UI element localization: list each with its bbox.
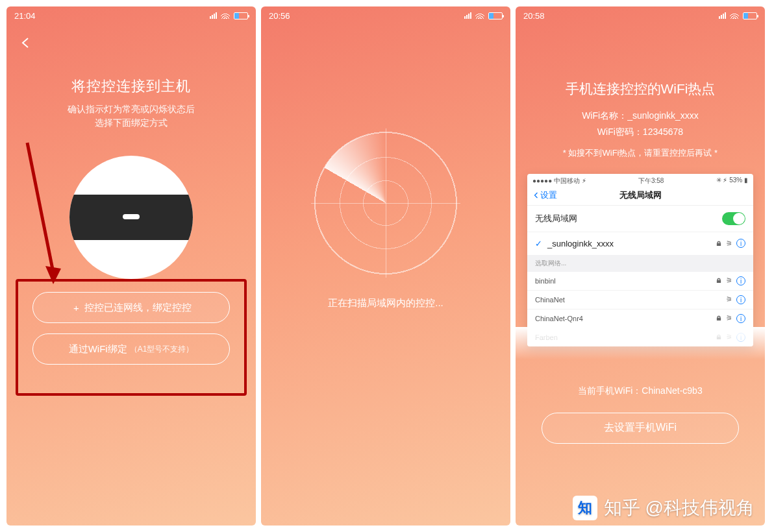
hotspot-note: * 如搜不到WiFi热点，请重置控控后再试 * (516, 145, 765, 160)
info-icon[interactable]: i (736, 295, 745, 304)
status-time: 21:04 (14, 11, 36, 21)
ios-wifi-toggle-row[interactable]: 无线局域网 (527, 206, 753, 232)
watermark: 知 知乎 @科技伟视角 (573, 496, 755, 520)
wifi-strength-icon: ⚞ (726, 314, 732, 322)
radar-scanner-icon (311, 128, 460, 278)
wifi-password-line: WiFi密码：12345678 (516, 124, 765, 140)
button-label: 去设置手机WiFi (604, 421, 677, 435)
lock-icon: 🔒︎ (716, 315, 722, 322)
ios-nav-title: 无线局域网 (527, 189, 753, 201)
battery-icon (488, 12, 503, 19)
ios-connected-network-row[interactable]: ✓_sunloginkk_xxxx 🔒︎ ⚞ i (527, 232, 753, 255)
signal-icon (719, 12, 726, 19)
network-name: binbinl (535, 277, 556, 285)
row-label: 无线局域网 (535, 213, 577, 224)
status-bar: 21:04 (6, 6, 256, 25)
wifi-icon (475, 12, 484, 19)
status-time: 20:56 (269, 11, 290, 21)
annotation-arrow-icon (22, 136, 61, 292)
ios-network-row[interactable]: ChinaNet-Qnr4 🔒︎⚞i (527, 309, 753, 328)
back-button[interactable] (18, 35, 34, 51)
toggle-switch-icon[interactable] (722, 212, 745, 225)
button-sublabel: （A1型号不支持） (130, 344, 194, 355)
screen-scanning: 20:56 正在扫描局域网内的控控... (261, 6, 510, 526)
checkmark-icon: ✓ (535, 239, 542, 248)
network-name: ChinaNet (535, 296, 565, 304)
status-bar: 20:56 (261, 6, 510, 25)
current-wifi-text: 当前手机WiFi：ChinaNet-c9b3 (516, 385, 765, 397)
screen-connect-host: 21:04 将控控连接到主机 确认指示灯为常亮或闪烁状态后 选择下面绑定方式 (6, 6, 256, 526)
device-led-icon (123, 214, 140, 219)
info-icon[interactable]: i (736, 239, 745, 248)
wifi-icon (730, 12, 739, 19)
bind-via-lan-button[interactable]: + 控控已连网线，绑定控控 (32, 292, 230, 323)
ios-battery: ✳︎ ⚡︎ 53% ▮ (716, 176, 748, 186)
goto-wifi-settings-button[interactable]: 去设置手机WiFi (542, 413, 739, 444)
ios-network-row[interactable]: ChinaNet ⚞i (527, 290, 753, 309)
page-title: 手机连接控控的WiFi热点 (516, 77, 765, 101)
page-subtitle: 确认指示灯为常亮或闪烁状态后 选择下面绑定方式 (19, 103, 243, 130)
status-bar: 20:58 (516, 6, 765, 25)
arrow-left-icon (18, 35, 34, 51)
watermark-text: 知乎 @科技伟视角 (604, 496, 755, 520)
network-name: ChinaNet-Qnr4 (535, 315, 583, 322)
status-time: 20:58 (523, 11, 545, 21)
lock-icon: 🔒︎ (716, 240, 722, 247)
ios-carrier: ●●●●● 中国移动 ⚡︎ (532, 176, 586, 186)
wifi-strength-icon: ⚞ (726, 239, 732, 248)
wifi-strength-icon: ⚞ (726, 295, 732, 304)
svg-line-0 (27, 143, 53, 272)
info-icon[interactable]: i (736, 276, 745, 285)
bind-via-wifi-button[interactable]: 通过WiFi绑定 （A1型号不支持） (32, 333, 230, 365)
wifi-strength-icon: ⚞ (726, 276, 732, 285)
ios-network-row[interactable]: binbinl 🔒︎⚞i (527, 272, 753, 290)
battery-icon (743, 12, 757, 19)
ios-wifi-settings-preview: ●●●●● 中国移动 ⚡︎ 下午3:58 ✳︎ ⚡︎ 53% ▮ 设置 无线局域… (527, 174, 753, 346)
ios-section-header: 选取网络... (527, 255, 753, 272)
button-label: 控控已连网线，绑定控控 (84, 302, 192, 314)
signal-icon (464, 12, 471, 19)
ios-clock: 下午3:58 (638, 176, 664, 186)
lock-icon: 🔒︎ (716, 277, 722, 284)
info-icon[interactable]: i (736, 314, 745, 323)
plus-icon: + (71, 302, 82, 313)
signal-icon (210, 12, 217, 19)
button-label: 通过WiFi绑定 (69, 343, 127, 356)
page-title: 将控控连接到主机 (19, 77, 243, 96)
screen-wifi-hotspot: 20:58 手机连接控控的WiFi热点 WiFi名称：_sunloginkk_x… (516, 6, 765, 526)
scanning-status-text: 正在扫描局域网内的控控... (261, 297, 510, 309)
battery-icon (234, 12, 248, 19)
network-name: _sunloginkk_xxxx (547, 239, 614, 248)
zhihu-logo-icon: 知 (573, 496, 597, 520)
wifi-name-line: WiFi名称：_sunloginkk_xxxx (516, 108, 765, 124)
device-illustration (69, 156, 193, 279)
wifi-icon (221, 12, 230, 19)
